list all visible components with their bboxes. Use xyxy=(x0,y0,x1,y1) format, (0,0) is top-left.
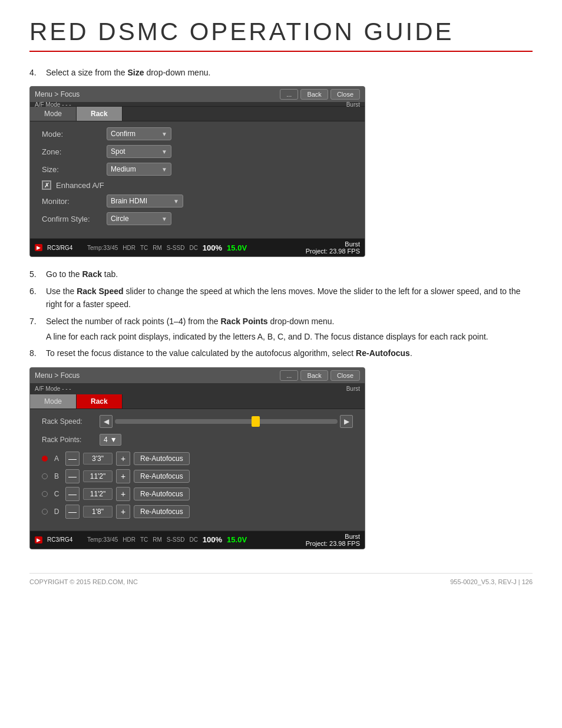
panel2-close-btn[interactable]: Close xyxy=(330,370,360,381)
panel1-tabs: Mode Rack xyxy=(30,107,365,121)
panel2-header: Menu > Focus ... Back Close xyxy=(30,368,365,384)
footer-copyright: COPYRIGHT © 2015 RED.COM, INC xyxy=(29,578,138,585)
panel2-minus-a[interactable]: — xyxy=(65,452,80,466)
panel2-rackpoints-dropdown[interactable]: 4 ▼ xyxy=(100,434,121,446)
panel2-dc: DC xyxy=(189,536,197,543)
step7-num: 7. xyxy=(29,315,46,344)
panel1-mode-label: Mode: xyxy=(42,130,107,139)
page-title: RED DSMC OPERATION GUIDE xyxy=(29,18,533,52)
panel1-rm: RM xyxy=(153,245,162,251)
panel2-plus-b[interactable]: + xyxy=(116,469,130,483)
panel2-percent: 100% xyxy=(203,535,222,544)
panel2-buttons: ... Back Close xyxy=(280,370,360,381)
panel2-rackpoints-label: Rack Points: xyxy=(42,436,95,444)
panel2-slider-left[interactable]: ◀ xyxy=(100,415,113,428)
panel1-zone-value: Spot xyxy=(111,147,125,156)
panel1-monitor-dropdown[interactable]: Brain HDMI ▼ xyxy=(107,195,183,207)
panel2-model: RC3/RG4 xyxy=(47,536,82,543)
panel2-dot-b xyxy=(42,473,48,479)
step8: 8. To reset the focus distance to the va… xyxy=(29,347,533,360)
panel1-mode-row: Mode: Confirm ▼ xyxy=(42,127,353,140)
panel2-dots-btn[interactable]: ... xyxy=(280,370,298,381)
panel2-slider-track[interactable] xyxy=(115,419,338,424)
panel1-voltage: 15.0V xyxy=(227,243,247,252)
panel1-mode-dropdown[interactable]: Confirm ▼ xyxy=(107,127,171,140)
panel1-back-btn[interactable]: Back xyxy=(300,89,328,100)
step4-text: Select a size from the Size drop-down me… xyxy=(46,66,533,79)
panel2-minus-d[interactable]: — xyxy=(65,505,80,519)
panel2-tc: TC xyxy=(140,536,148,543)
panel2-dot-a xyxy=(42,456,48,462)
panel1-monitor-row: Monitor: Brain HDMI ▼ xyxy=(42,195,353,207)
panel2-minus-b[interactable]: — xyxy=(65,469,80,483)
panel2-minus-c[interactable]: — xyxy=(65,487,80,501)
panel1-confirmstyle-value: Circle xyxy=(111,215,129,223)
panel1-content: Mode: Confirm ▼ Zone: Spot ▼ Size: Mediu… xyxy=(30,121,365,238)
step5: 5. Go to the Rack tab. xyxy=(29,268,533,281)
panel1-zone-dropdown[interactable]: Spot ▼ xyxy=(107,145,171,158)
panel2-burst-tab-top: Burst xyxy=(346,386,360,392)
panel2-temp: Temp:33/45 xyxy=(87,536,118,543)
panel1-tab-rack[interactable]: Rack xyxy=(77,107,123,121)
panel1-mode-arrow: ▼ xyxy=(161,131,167,137)
panel1-confirmstyle-arrow: ▼ xyxy=(161,216,167,222)
panel1-dots-btn[interactable]: ... xyxy=(280,89,298,100)
panel2-point-c: C — 11'2" + Re-Autofocus xyxy=(42,487,353,501)
step4-num: 4. xyxy=(29,66,46,79)
panel1-size-label: Size: xyxy=(42,165,107,174)
panel2-rec-icon: ▶ xyxy=(35,536,42,543)
panel2-back-btn[interactable]: Back xyxy=(300,370,328,381)
panel2-tab-mode[interactable]: Mode xyxy=(30,394,77,409)
panel2-rm: RM xyxy=(153,536,162,543)
panel2-distance-d: 1'8" xyxy=(83,506,113,518)
panel1-temp: Temp:33/45 xyxy=(87,245,118,251)
panel2-reautofocus-c[interactable]: Re-Autofocus xyxy=(134,487,190,500)
panel2-rackpoints-row: Rack Points: 4 ▼ xyxy=(42,434,353,446)
panel1-rec-icon: ▶ xyxy=(35,244,42,251)
panel1-tc: TC xyxy=(140,245,148,251)
panel1-buttons: ... Back Close xyxy=(280,89,360,100)
panel1-enhanced-row: ✗ Enhanced A/F xyxy=(42,180,353,190)
panel1-burst: Burst Project: 23.98 FPS xyxy=(306,241,360,255)
panel2-rackspeed-label: Rack Speed: xyxy=(42,417,95,426)
step5-text: Go to the Rack tab. xyxy=(46,268,533,281)
step5-num: 5. xyxy=(29,268,46,281)
panel1-size-dropdown[interactable]: Medium ▼ xyxy=(107,163,171,176)
panel1-close-btn[interactable]: Close xyxy=(330,89,360,100)
panel1-statusbar: ▶ RC3/RG4 Temp:33/45 HDR TC RM S-SSD DC … xyxy=(30,238,365,256)
panel1-dc: DC xyxy=(189,245,197,251)
panel1-enhanced-checkbox[interactable]: ✗ xyxy=(42,180,51,190)
panel2-dot-d xyxy=(42,509,48,515)
panel2-reautofocus-b[interactable]: Re-Autofocus xyxy=(134,470,190,483)
footer-version: 955-0020_V5.3, REV-J | 126 xyxy=(450,578,533,585)
panel2-slider-container: ◀ ▶ xyxy=(100,415,353,428)
page-footer: COPYRIGHT © 2015 RED.COM, INC 955-0020_V… xyxy=(29,573,533,585)
panel2-plus-a[interactable]: + xyxy=(116,452,130,466)
panel2-plus-c[interactable]: + xyxy=(116,487,130,501)
panel2-rackspeed-row: Rack Speed: ◀ ▶ xyxy=(42,415,353,428)
panel1-monitor-arrow: ▼ xyxy=(173,198,179,205)
panel2-rackpoints-arrow: ▼ xyxy=(110,436,117,444)
panel1-enhanced-label: Enhanced A/F xyxy=(56,181,104,190)
panel2-rackpoints-value: 4 xyxy=(104,436,108,444)
panel2-plus-d[interactable]: + xyxy=(116,505,130,519)
panel1-tab-mode[interactable]: Mode xyxy=(30,107,77,121)
panel1-zone-label: Zone: xyxy=(42,147,107,156)
panel2-reautofocus-a[interactable]: Re-Autofocus xyxy=(134,452,190,465)
panel2-tab-rack[interactable]: Rack xyxy=(77,394,123,409)
steps-container: 5. Go to the Rack tab. 6. Use the Rack S… xyxy=(29,268,533,360)
panel1-path: Menu > Focus xyxy=(35,90,80,98)
panel2-point-a: A — 3'3" + Re-Autofocus xyxy=(42,452,353,466)
step8-text: To reset the focus distance to the value… xyxy=(46,347,533,360)
panel2-burst: Burst Project: 23.98 FPS xyxy=(306,533,360,547)
panel2-slider-right[interactable]: ▶ xyxy=(340,415,353,428)
panel2-distance-c: 11'2" xyxy=(83,488,113,500)
panel2-distance-a: 3'3" xyxy=(83,453,113,465)
panel1-zone-row: Zone: Spot ▼ xyxy=(42,145,353,158)
panel2-reautofocus-d[interactable]: Re-Autofocus xyxy=(134,505,190,518)
panel2-letter-d: D xyxy=(51,508,62,516)
panel1-size-row: Size: Medium ▼ xyxy=(42,163,353,176)
panel2-letter-a: A xyxy=(51,454,62,463)
panel1-confirmstyle-dropdown[interactable]: Circle ▼ xyxy=(107,212,171,225)
panel2-tabs: Mode Rack xyxy=(30,394,365,409)
